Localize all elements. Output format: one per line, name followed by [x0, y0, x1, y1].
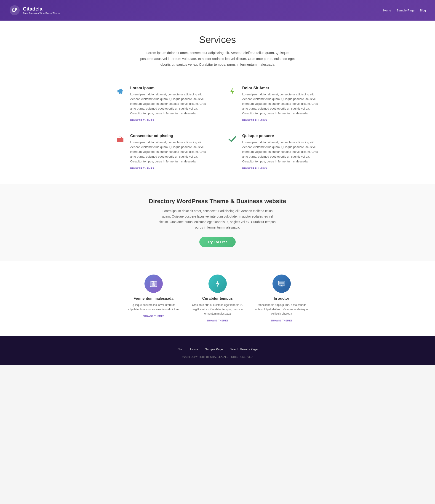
icon-card-title-1: Fermentum malesuada [126, 297, 181, 301]
svg-point-0 [10, 5, 20, 15]
icon-browse-link-2[interactable]: BROWSE THEMES [207, 319, 229, 322]
header-nav: Home Sample Page Blog [383, 9, 426, 12]
icon-card-title-3: In auctor [254, 297, 309, 301]
try-for-free-button[interactable]: Try For Free [199, 237, 236, 247]
nav-sample-page[interactable]: Sample Page [397, 9, 414, 12]
footer-copyright: © 2019 COPYRIGHT BY CITADELA. ALL RIGHTS… [5, 356, 430, 358]
icon-browse-link-1[interactable]: BROWSE THEMES [143, 315, 165, 317]
monitor-icon [272, 275, 291, 293]
svg-marker-9 [216, 280, 219, 287]
services-title: Services [5, 34, 430, 45]
feature-item-quisque: Quisque posuere Lorem ipsum dolor sit am… [227, 134, 321, 170]
brand-logo-icon [9, 5, 20, 16]
icon-card-desc-1: Quisque posuere lacus vel interdum vulpu… [126, 303, 181, 312]
browse-themes-link-1[interactable]: BROWSE THEMES [130, 119, 154, 122]
footer-nav-sample-page[interactable]: Sample Page [205, 348, 223, 351]
feature-desc-4: Lorem ipsum dolor sit amet, consectetur … [242, 140, 321, 164]
icon-card-in-auctor: In auctor Donec lobortis turpis purus, a… [254, 275, 309, 323]
briefcase-icon [115, 134, 126, 144]
feature-desc-3: Lorem ipsum dolor sit amet, consectetur … [130, 140, 209, 164]
footer-nav: Blog Home Sample Page Search Results Pag… [5, 348, 430, 351]
icon-card-desc-3: Donec lobortis turpis purus, a malesuada… [254, 303, 309, 316]
nav-home[interactable]: Home [383, 9, 391, 12]
svg-rect-8 [152, 281, 154, 282]
services-description: Lorem ipsum dolor sit amet, consectetur … [140, 50, 295, 67]
icon-card-fermentum: Fermentum malesuada Quisque posuere lacu… [126, 275, 181, 323]
feature-content-quisque: Quisque posuere Lorem ipsum dolor sit am… [242, 134, 321, 170]
icon-browse-link-3[interactable]: BROWSE THEMES [271, 319, 293, 322]
brand-text: Citadela Free Premium WordPress Theme [23, 6, 60, 15]
icon-cards-section: Fermentum malesuada Quisque posuere lacu… [0, 261, 435, 336]
lightning-circle-icon [209, 275, 227, 293]
camera-icon [144, 275, 163, 293]
feature-content-lorem-ipsum: Lorem Ipsum Lorem ipsum dolor sit amet, … [130, 86, 209, 122]
svg-point-7 [153, 283, 155, 285]
site-header: Citadela Free Premium WordPress Theme Ho… [0, 0, 435, 21]
footer-nav-blog[interactable]: Blog [177, 348, 183, 351]
feature-title-4: Quisque posuere [242, 134, 321, 138]
cta-description: Lorem ipsum dolor sit amet, consectetur … [158, 208, 277, 230]
feature-desc-2: Lorem ipsum dolor sit amet, consectetur … [242, 92, 321, 116]
svg-marker-2 [230, 88, 234, 95]
feature-title-1: Lorem Ipsum [130, 86, 209, 90]
brand: Citadela Free Premium WordPress Theme [9, 5, 60, 16]
browse-themes-link-3[interactable]: BROWSE THEMES [130, 167, 154, 170]
feature-content-dolor: Dolor Sit Amet Lorem ipsum dolor sit ame… [242, 86, 321, 122]
icon-card-curabitur: Curabitur tempus Cras ante purus, euismo… [190, 275, 245, 323]
footer-nav-search[interactable]: Search Results Page [230, 348, 258, 351]
icons-grid: Fermentum malesuada Quisque posuere lacu… [126, 275, 309, 323]
feature-content-consectetur: Consectetur adipiscing Lorem ipsum dolor… [130, 134, 209, 170]
site-footer: Blog Home Sample Page Search Results Pag… [0, 336, 435, 365]
feature-desc-1: Lorem ipsum dolor sit amet, consectetur … [130, 92, 209, 116]
svg-point-1 [15, 8, 17, 10]
brand-name: Citadela [23, 6, 60, 12]
services-section: Services Lorem ipsum dolor sit amet, con… [0, 21, 435, 77]
browse-plugins-link-4[interactable]: BROWSE PLUGINS [242, 167, 267, 170]
feature-item-dolor-sit-amet: Dolor Sit Amet Lorem ipsum dolor sit ame… [227, 86, 321, 122]
features-section: Lorem Ipsum Lorem ipsum dolor sit amet, … [0, 77, 435, 184]
feature-title-3: Consectetur adipiscing [130, 134, 209, 138]
footer-nav-home[interactable]: Home [190, 348, 198, 351]
lightning-icon [227, 86, 238, 97]
icon-card-title-2: Curabitur tempus [190, 297, 245, 301]
feature-item-consectetur: Consectetur adipiscing Lorem ipsum dolor… [115, 134, 209, 170]
nav-blog[interactable]: Blog [420, 9, 426, 12]
features-grid: Lorem Ipsum Lorem ipsum dolor sit amet, … [115, 86, 321, 171]
brand-tagline: Free Premium WordPress Theme [23, 12, 60, 15]
checkmark-icon [227, 134, 238, 144]
icon-card-desc-2: Cras ante purus, euismod eget lobortis u… [190, 303, 245, 316]
cta-section: Directory WordPress Theme & Business web… [0, 184, 435, 261]
svg-rect-3 [117, 138, 123, 142]
svg-rect-14 [279, 282, 284, 284]
megaphone-icon [115, 86, 126, 97]
cta-title: Directory WordPress Theme & Business web… [5, 198, 430, 205]
feature-title-2: Dolor Sit Amet [242, 86, 321, 90]
feature-item-lorem-ipsum: Lorem Ipsum Lorem ipsum dolor sit amet, … [115, 86, 209, 122]
browse-plugins-link-2[interactable]: BROWSE PLUGINS [242, 119, 267, 122]
